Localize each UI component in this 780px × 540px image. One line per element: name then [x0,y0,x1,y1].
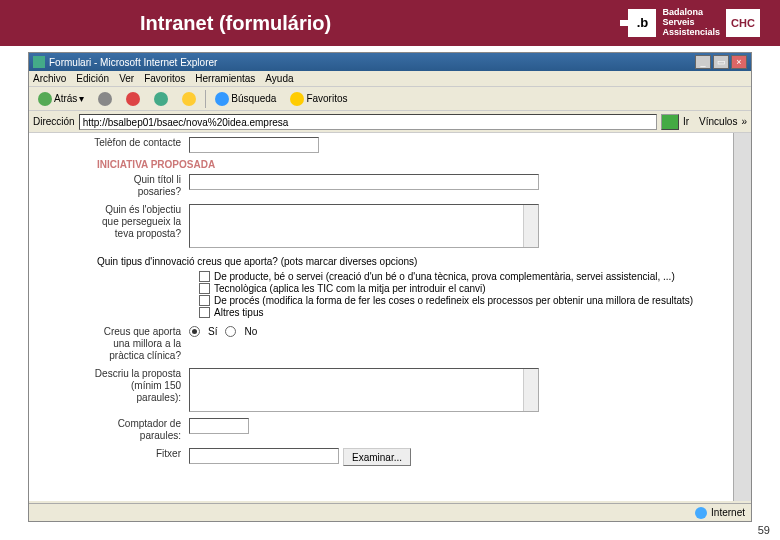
radio-no[interactable] [225,326,236,337]
browser-window: Formulari - Microsoft Internet Explorer … [28,52,752,522]
status-bar: Internet [29,503,751,521]
address-label: Dirección [33,116,75,127]
chk2-label: Tecnològica (aplica les TIC com la mitja… [214,283,486,294]
vertical-scrollbar[interactable] [733,133,751,501]
checkbox-altres[interactable] [199,307,210,318]
telefon-label: Telèfon de contacte [89,137,189,149]
chk1-label: De producte, bé o servei (creació d'un b… [214,271,675,282]
minimize-button[interactable]: _ [695,55,711,69]
checkbox-tecnologica[interactable] [199,283,210,294]
descriu-label: Descriu la proposta (mínim 150 paraules)… [89,368,189,404]
window-title: Formulari - Microsoft Internet Explorer [49,57,217,68]
refresh-button[interactable] [149,90,173,108]
row-objectiu: Quin és l'objectiu que persegueix la tev… [89,204,723,248]
toolbar: Atrás ▾ Búsqueda Favoritos [29,87,751,111]
home-icon [182,92,196,106]
row-descriu: Descriu la proposta (mínim 150 paraules)… [89,368,723,412]
address-input[interactable]: http://bsalbep01/bsaec/nova%20idea.empre… [79,114,657,130]
menu-ver[interactable]: Ver [119,73,134,84]
logo-area: .b Badalona Serveis Assistencials CHC [628,8,760,38]
chk4-label: Altres tipus [214,307,263,318]
fitxer-input[interactable] [189,448,339,464]
telefon-input[interactable] [189,137,319,153]
home-button[interactable] [177,90,201,108]
section-iniciativa: INICIATIVA PROPOSADA [89,159,723,170]
chk-row-1: De producte, bé o servei (creació d'un b… [199,271,723,282]
menu-herramientas[interactable]: Herramientas [195,73,255,84]
menu-archivo[interactable]: Archivo [33,73,66,84]
toolbar-divider [205,90,206,108]
tipus-question: Quin tipus d'innovació creus que aporta?… [97,256,723,267]
menu-bar: Archivo Edición Ver Favoritos Herramient… [29,71,751,87]
close-button[interactable]: × [731,55,747,69]
row-titol: Quin títol li posaries? [89,174,723,198]
refresh-icon [154,92,168,106]
menu-ayuda[interactable]: Ayuda [265,73,293,84]
titol-input[interactable] [189,174,539,190]
chk-row-4: Altres tipus [199,307,723,318]
chevron-right-icon: » [741,116,747,127]
maximize-button[interactable]: ▭ [713,55,729,69]
address-bar: Dirección http://bsalbep01/bsaec/nova%20… [29,111,751,133]
go-label: Ir [683,116,689,127]
checkbox-producte[interactable] [199,271,210,282]
logo-b-icon: .b [628,9,656,37]
forward-button[interactable] [93,90,117,108]
comptador-label: Comptador de paraules: [89,418,189,442]
back-icon [38,92,52,106]
window-titlebar: Formulari - Microsoft Internet Explorer … [29,53,751,71]
links-label: Vínculos [699,116,737,127]
search-icon [215,92,229,106]
internet-zone-icon [695,507,707,519]
slide-title: Intranet (formulário) [140,12,331,35]
comptador-input[interactable] [189,418,249,434]
objectiu-textarea[interactable] [189,204,539,248]
radio-si-label: Sí [208,326,217,337]
row-fitxer: Fitxer Examinar... [89,448,723,466]
logo-chc-icon: CHC [726,9,760,37]
back-label: Atrás [54,93,77,104]
search-button[interactable]: Búsqueda [210,90,281,108]
descriu-textarea[interactable] [189,368,539,412]
back-button[interactable]: Atrás ▾ [33,90,89,108]
radio-si[interactable] [189,326,200,337]
star-icon [290,92,304,106]
row-millora: Creus que aporta una millora a la pràcti… [89,326,723,362]
ie-icon [33,56,45,68]
checkbox-proces[interactable] [199,295,210,306]
fitxer-label: Fitxer [89,448,189,460]
search-label: Búsqueda [231,93,276,104]
stop-button[interactable] [121,90,145,108]
go-button[interactable] [661,114,679,130]
form-area: Telèfon de contacte INICIATIVA PROPOSADA… [29,133,733,501]
radio-group-millora: Sí No [189,326,257,337]
chk-row-2: Tecnològica (aplica les TIC com la mitja… [199,283,723,294]
chevron-down-icon: ▾ [79,93,84,104]
status-right: Internet [695,507,745,519]
radio-no-label: No [244,326,257,337]
examinar-button[interactable]: Examinar... [343,448,411,466]
chk-row-3: De procés (modifica la forma de fer les … [199,295,723,306]
window-controls: _ ▭ × [695,55,747,69]
status-zone: Internet [711,507,745,518]
menu-edicion[interactable]: Edición [76,73,109,84]
logo-brand-text: Badalona Serveis Assistencials [662,8,720,38]
page-content: Telèfon de contacte INICIATIVA PROPOSADA… [29,133,751,501]
stop-icon [126,92,140,106]
row-telefon: Telèfon de contacte [89,137,723,153]
menu-favoritos[interactable]: Favoritos [144,73,185,84]
slide-page-number: 59 [758,524,770,536]
slide-header: Intranet (formulário) .b Badalona Servei… [0,0,780,46]
millora-label: Creus que aporta una millora a la pràcti… [89,326,189,362]
chk3-label: De procés (modifica la forma de fer les … [214,295,693,306]
row-comptador: Comptador de paraules: [89,418,723,442]
objectiu-label: Quin és l'objectiu que persegueix la tev… [89,204,189,240]
forward-icon [98,92,112,106]
favorites-button[interactable]: Favoritos [285,90,352,108]
titol-label: Quin títol li posaries? [89,174,189,198]
favorites-label: Favoritos [306,93,347,104]
